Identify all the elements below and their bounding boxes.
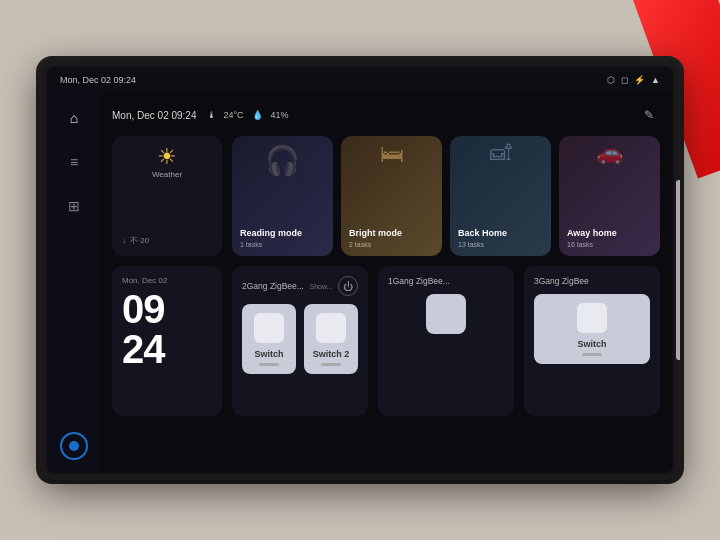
single-switch-area [388,294,504,334]
switches-row-2gang: Switch Switch 2 [242,304,358,374]
datetime-card: Mon, Dec 02 0924 [112,266,222,416]
sidebar: ⌂ ≡ ⊞ [48,92,100,472]
switch-3gang-label: Switch [577,339,606,349]
edit-button[interactable]: ✎ [638,104,660,126]
weather-card: ☀ Weather ↓ 不·20 [112,136,222,256]
switch-2-label: Switch 2 [313,349,350,359]
tv-bezel: Mon, Dec 02 09:24 ⬡ ◻ ⚡ ▲ ⌂ ≡ ⊞ [46,66,674,474]
scene-bright-name: Bright mode [349,228,434,239]
wifi-icon: ▲ [651,75,660,85]
sidebar-bottom [60,432,88,460]
scene-away-tasks: 16 tasks [567,241,652,248]
alexa-dot [69,441,79,451]
temperature-value: 24°C [224,110,244,120]
scene-away-name: Away home [567,228,652,239]
weather-sub: ↓ 不·20 [122,235,212,246]
device-3gang-card: 3Gang ZigBee Switch [524,266,660,416]
date-label: Mon, Dec 02 [122,276,212,285]
tv-frame: Mon, Dec 02 09:24 ⬡ ◻ ⚡ ▲ ⌂ ≡ ⊞ [40,60,680,480]
power-button-2gang[interactable]: ⏻ [338,276,358,296]
switch-1-button[interactable]: Switch [242,304,296,374]
status-bar: Mon, Dec 02 09:24 ⬡ ◻ ⚡ ▲ [48,68,672,92]
switch-2-button[interactable]: Switch 2 [304,304,358,374]
speaker-icon: ◻ [621,75,628,85]
weather-detail: 不·20 [130,235,149,246]
device-2gang-name: 2Gang ZigBee... [242,281,304,291]
bluetooth-icon: ⬡ [607,75,615,85]
device-3gang-name: 3Gang ZigBee [534,276,589,286]
device-2gang-header: 2Gang ZigBee... Show... ⏻ [242,276,358,296]
scene-reading-content: Reading mode 1 tasks [232,136,333,256]
alexa-button[interactable] [60,432,88,460]
device-2gang-card: 2Gang ZigBee... Show... ⏻ Switch [232,266,368,416]
device-1gang-name: 1Gang ZigBee... [388,276,450,286]
sidebar-home-icon[interactable]: ⌂ [60,104,88,132]
header-row: Mon, Dec 02 09:24 🌡 24°C 💧 41% ✎ [112,104,660,126]
switch-1-indicator [259,363,279,366]
status-icons-area: ⬡ ◻ ⚡ ▲ [607,75,660,85]
weather-main: ☀ Weather [122,146,212,179]
header-weather: 🌡 24°C 💧 41% [207,110,289,120]
time-display: 0924 [122,289,212,369]
humidity-icon: 💧 [252,110,263,120]
scene-away-home[interactable]: 🚗 Away home 16 tasks [559,136,660,256]
status-datetime: Mon, Dec 02 09:24 [60,75,136,85]
top-section: ☀ Weather ↓ 不·20 🎧 [112,136,660,256]
switches-row-3gang: Switch [534,294,650,364]
sidebar-grid-icon[interactable]: ⊞ [60,192,88,220]
bottom-section: Mon, Dec 02 0924 2Gang ZigBee... Show...… [112,266,660,416]
header-datetime: Mon, Dec 02 09:24 [112,110,197,121]
scene-reading-name: Reading mode [240,228,325,239]
switch-3gang-indicator [582,353,602,356]
sidebar-menu-icon[interactable]: ≡ [60,148,88,176]
scene-backhome-tasks: 13 tasks [458,241,543,248]
scene-bright-content: Bright mode 2 tasks [341,136,442,256]
scene-backhome-content: Back Home 13 tasks [450,136,551,256]
device-2gang-show: Show... [309,283,332,290]
switch-1-icon [254,313,284,343]
scene-away-content: Away home 16 tasks [559,136,660,256]
thermometer-icon: 🌡 [207,110,216,120]
scene-backhome-name: Back Home [458,228,543,239]
switch-3gang-icon [577,303,607,333]
switch-2-icon [316,313,346,343]
scene-back-home[interactable]: 🛋 Back Home 13 tasks [450,136,551,256]
plug-icon: ⚡ [634,75,645,85]
screen: Mon, Dec 02 09:24 ⬡ ◻ ⚡ ▲ ⌂ ≡ ⊞ [48,68,672,472]
single-switch-button[interactable] [426,294,466,334]
switch-2-indicator [321,363,341,366]
humidity-value: 41% [271,110,289,120]
scene-reading-mode[interactable]: 🎧 Reading mode 1 tasks [232,136,333,256]
device-3gang-header: 3Gang ZigBee [534,276,650,286]
mounting-bracket [676,180,680,360]
wind-icon: ↓ [122,236,126,245]
weather-label: Weather [152,170,182,179]
device-1gang-card: 1Gang ZigBee... [378,266,514,416]
scenes-grid: 🎧 Reading mode 1 tasks 🛏 Bright mode [232,136,660,256]
device-1gang-header: 1Gang ZigBee... [388,276,504,286]
switch-1-label: Switch [254,349,283,359]
scene-reading-tasks: 1 tasks [240,241,325,248]
switch-3gang-button[interactable]: Switch [534,294,650,364]
sun-icon: ☀ [157,146,177,168]
scene-bright-mode[interactable]: 🛏 Bright mode 2 tasks [341,136,442,256]
scene-bright-tasks: 2 tasks [349,241,434,248]
main-content: Mon, Dec 02 09:24 🌡 24°C 💧 41% ✎ [100,92,672,472]
